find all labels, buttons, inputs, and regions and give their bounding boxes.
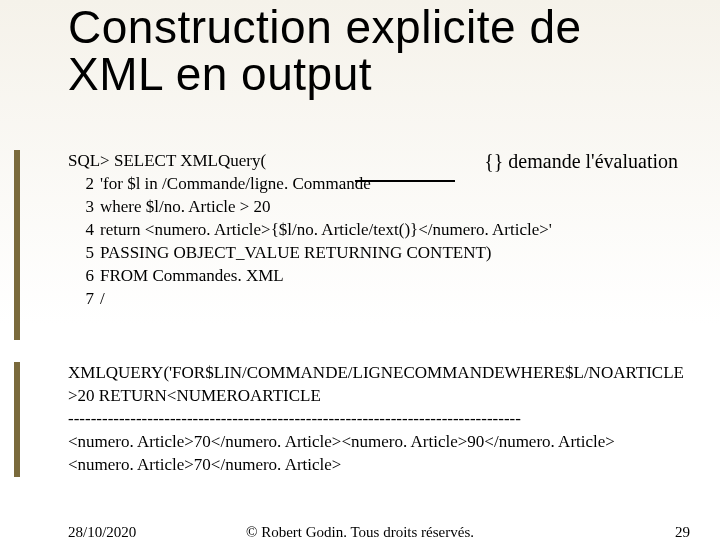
code-line: 6FROM Commandes. XML (68, 265, 688, 288)
code-text: PASSING OBJECT_VALUE RETURNING CONTENT) (100, 243, 492, 262)
code-line: 7/ (68, 288, 688, 311)
accent-bar (14, 362, 20, 477)
output-line: ----------------------------------------… (68, 408, 688, 431)
code-text: where $l/no. Article > 20 (100, 197, 271, 216)
code-text: FROM Commandes. XML (100, 266, 284, 285)
output-line: XMLQUERY('FOR$LIN/COMMANDE/LIGNECOMMANDE… (68, 362, 688, 408)
code-block: SQL> SELECT XMLQuery( 2'for $l in /Comma… (68, 150, 688, 311)
code-text: return <numero. Article>{$l/no. Article/… (100, 220, 552, 239)
footer-copyright: © Robert Godin. Tous droits réservés. (0, 524, 720, 540)
line-number: 4 (68, 219, 94, 242)
code-text: SQL> SELECT XMLQuery( (68, 151, 266, 170)
line-number: 5 (68, 242, 94, 265)
slide-title: Construction explicite de XML en output (68, 4, 688, 98)
code-line: 5PASSING OBJECT_VALUE RETURNING CONTENT) (68, 242, 688, 265)
line-number: 3 (68, 196, 94, 219)
accent-bar (14, 150, 20, 340)
output-line: <numero. Article>70</numero. Article><nu… (68, 431, 688, 454)
code-line: 3where $l/no. Article > 20 (68, 196, 688, 219)
output-line: <numero. Article>70</numero. Article> (68, 454, 688, 477)
line-number: 7 (68, 288, 94, 311)
output-block: XMLQUERY('FOR$LIN/COMMANDE/LIGNECOMMANDE… (68, 362, 688, 477)
footer-page-number: 29 (675, 524, 690, 540)
slide: Construction explicite de XML en output … (0, 0, 720, 540)
line-number: 6 (68, 265, 94, 288)
code-line: SQL> SELECT XMLQuery( (68, 150, 688, 173)
code-text: / (100, 289, 105, 308)
code-line: 2'for $l in /Commande/ligne. Commande (68, 173, 688, 196)
line-number: 2 (68, 173, 94, 196)
code-line: 4return <numero. Article>{$l/no. Article… (68, 219, 688, 242)
code-text: 'for $l in /Commande/ligne. Commande (100, 174, 371, 193)
